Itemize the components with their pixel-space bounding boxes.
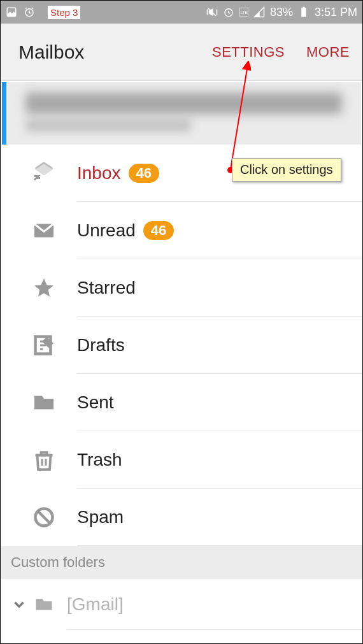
folder-list: Inbox 46 Unread 46 Starred Drafts xyxy=(1,145,362,546)
folder-label: Unread xyxy=(77,220,136,241)
folder-sent[interactable]: Sent xyxy=(1,374,362,431)
more-button[interactable]: MORE xyxy=(306,44,350,61)
section-title: Custom folders xyxy=(11,554,105,571)
icon-wrap xyxy=(32,219,77,242)
lte-icon: LTE xyxy=(239,8,248,17)
folder-label-row: Starred xyxy=(77,259,362,317)
envelope-icon xyxy=(32,219,55,242)
badge: 46 xyxy=(143,221,174,240)
subfolder-label: [Gmail] xyxy=(67,594,124,615)
svg-rect-5 xyxy=(301,8,306,17)
icon-wrap xyxy=(32,391,77,414)
folder-drafts[interactable]: Drafts xyxy=(1,317,362,374)
folder-label: Trash xyxy=(77,450,122,470)
alarm-icon xyxy=(24,6,35,18)
tooltip-text: Click on settings xyxy=(240,162,333,176)
block-icon xyxy=(32,506,55,529)
folder-label: Inbox xyxy=(77,163,121,183)
svg-rect-6 xyxy=(302,7,304,8)
battery-icon xyxy=(298,6,310,18)
signal-icon xyxy=(253,6,265,18)
folder-trash[interactable]: Trash xyxy=(1,431,362,489)
folder-spam[interactable]: Spam xyxy=(1,489,362,546)
status-time: 3:51 PM xyxy=(315,6,357,19)
compose-icon xyxy=(32,334,55,357)
folder-unread[interactable]: Unread 46 xyxy=(1,202,362,259)
annotation-tooltip: Click on settings xyxy=(232,158,341,182)
folder-label-row: Spam xyxy=(77,489,362,546)
status-bar: Step 3 LTE 83% 3:51 PM xyxy=(1,1,362,24)
alarm2-icon xyxy=(223,6,234,18)
picture-icon xyxy=(6,6,17,18)
account-detail-blurred xyxy=(25,119,191,132)
app-header: Mailbox SETTINGS MORE xyxy=(1,24,362,81)
badge: 46 xyxy=(129,164,159,183)
trash-icon xyxy=(32,448,55,471)
status-left: Step 3 xyxy=(6,6,80,19)
folder-label: Starred xyxy=(77,278,136,298)
status-right: LTE 83% 3:51 PM xyxy=(206,6,357,19)
folder-label-row: Trash xyxy=(77,431,362,489)
subfolder-label-row: [Gmail] xyxy=(67,579,362,630)
icon-wrap xyxy=(32,334,77,357)
custom-folders-header: Custom folders xyxy=(1,546,362,579)
folder-label-row: Drafts xyxy=(77,317,362,374)
folder-starred[interactable]: Starred xyxy=(1,259,362,317)
icon-wrap xyxy=(32,506,77,529)
header-actions: SETTINGS MORE xyxy=(212,44,350,61)
folder-label: Spam xyxy=(77,507,124,527)
account-selector[interactable] xyxy=(2,82,361,145)
folder-label-row: Sent xyxy=(77,374,362,431)
chevron-down-icon[interactable] xyxy=(11,596,27,613)
folder-label-row: Unread 46 xyxy=(77,202,362,259)
icon-wrap xyxy=(32,162,77,185)
folder-label: Drafts xyxy=(77,335,125,355)
folder-icon xyxy=(32,595,55,614)
account-email-blurred xyxy=(25,92,342,114)
settings-button[interactable]: SETTINGS xyxy=(212,44,285,61)
vibrate-icon xyxy=(206,6,218,18)
inbox-icon xyxy=(32,162,55,185)
svg-text:LTE: LTE xyxy=(241,10,248,15)
battery-percent: 83% xyxy=(270,6,293,19)
icon-wrap xyxy=(32,448,77,471)
sent-folder-icon xyxy=(32,391,55,414)
icon-wrap xyxy=(32,276,77,299)
page-title: Mailbox xyxy=(18,41,84,63)
folder-label: Sent xyxy=(77,392,114,413)
step-tag: Step 3 xyxy=(48,6,80,19)
subfolder-gmail[interactable]: [Gmail] xyxy=(1,579,362,630)
star-icon xyxy=(32,276,55,299)
